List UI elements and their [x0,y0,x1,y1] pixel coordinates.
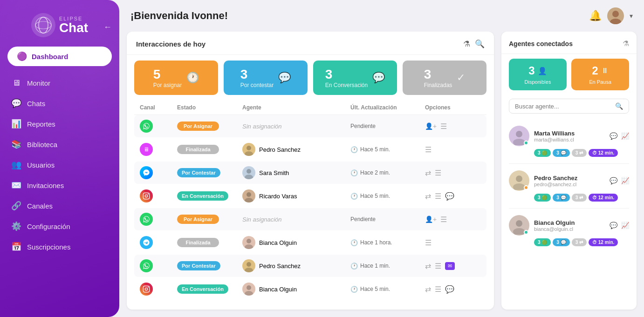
sidebar-nav: 🖥Monitor💬Chats📊Reportes📚Biblioteca👥Usuar… [0,74,119,310]
stat-card-en-conversación[interactable]: 3 En Conversación 💬 [313,61,397,95]
list-icon[interactable]: ☰ [425,145,432,154]
agent-stat-icon: 👤 [538,67,547,75]
table-row[interactable]: En Conversación Bianca Olguin 🕐 Hace 5 m… [134,278,486,300]
stat-card-por-asignar[interactable]: 5 Por asignar 🕐 [134,61,218,95]
agent-tag: 3 🟢 [534,194,551,202]
search-icon[interactable]: 🔍 [475,39,485,49]
sidebar-item-chats[interactable]: 💬Chats [4,94,116,113]
add-agent-icon[interactable]: 👤+ [425,216,437,223]
sidebar-item-usuarios[interactable]: 👥Usuarios [4,155,116,175]
chat-icon[interactable]: 💬 [445,285,454,294]
channel-icon-messenger [140,166,153,179]
sidebar-back-button[interactable]: ← [103,22,112,32]
stats-agent-icon[interactable]: 📈 [621,132,629,140]
transfer-icon[interactable]: ⇄ [425,169,431,177]
table-row[interactable]: Finalizada Bianca Olguin 🕐 Hace 1 hora. … [134,231,486,254]
list-icon[interactable]: ☰ [440,122,447,131]
time-cell: 🕐 Hace 5 min. [350,146,425,153]
chat-agent-icon[interactable]: 💬 [610,222,617,229]
options-cell[interactable]: ☰ [425,238,481,247]
options-cell[interactable]: ☰ [425,145,481,154]
col-options: Opciones [425,104,481,111]
agents-filter-icon[interactable]: ⚗ [623,39,629,48]
table-row[interactable]: En Conversación Ricardo Varas 🕐 Hace 5 m… [134,185,486,207]
time-cell: 🕐 Hace 2 min. [350,169,425,176]
sidebar-label-reportes: Reportes [27,120,55,128]
agent-action-icons: 💬 📈 [610,177,629,184]
channel-icon-whatsapp [140,213,153,226]
stats-agent-icon[interactable]: 📈 [621,222,629,229]
svg-point-1 [39,17,48,33]
chat-icon[interactable]: 💬 [445,192,454,201]
no-agent: Sin asignación [242,123,282,130]
channel-cell [140,213,177,226]
list-icon[interactable]: ☰ [435,285,441,294]
chat-agent-icon[interactable]: 💬 [610,132,617,140]
user-menu-chevron[interactable]: ▾ [630,12,633,20]
sidebar-item-configuracion[interactable]: ⚙️Configuración [4,216,116,236]
svg-point-2 [35,21,51,29]
table-row[interactable]: Por Asignar Sin asignación Pendiente 👤+☰ [134,115,486,137]
list-icon[interactable]: ☰ [425,238,432,247]
agent-avatar [242,283,255,296]
sidebar-item-suscripciones[interactable]: 📅Suscripciones [4,237,116,256]
clock-icon: 🕐 [350,263,358,270]
table-row[interactable]: Por Contestar Pedro Sanchez 🕐 Hace 1 min… [134,255,486,277]
list-icon[interactable]: ☰ [435,192,441,201]
time-cell: 🕐 Hace 5 min. [350,286,425,293]
add-agent-icon[interactable]: 👤+ [425,122,437,130]
sidebar-item-monitor[interactable]: 🖥Monitor [4,74,116,93]
notification-bell[interactable]: 🔔 [589,10,602,22]
options-cell[interactable]: 👤+☰ [425,122,481,131]
sidebar-item-canales[interactable]: 🔗Canales [4,196,116,216]
transfer-icon[interactable]: ⇄ [425,285,431,294]
agents-panel: Agentes conectados ⚗ 3 👤 Disponibles 2 ⏸… [501,32,637,310]
list-icon[interactable]: ☰ [440,215,447,224]
list-icon[interactable]: ☰ [435,262,441,270]
sidebar-item-invitaciones[interactable]: ✉️Invitaciones [4,175,116,195]
options-cell[interactable]: 👤+☰ [425,215,481,224]
options-cell[interactable]: ⇄☰💬 [425,192,481,201]
agent-stat-label: En Pausa [589,79,611,85]
channel-cell [140,283,177,296]
table-row[interactable]: 🖥 Finalizada Pedro Sanchez 🕐 Hace 5 min.… [134,138,486,161]
agent-name: Pedro Sanchez [259,146,301,153]
reportes-icon: 📊 [11,119,21,129]
options-cell[interactable]: ⇄☰✉ [425,262,481,270]
status-cell: En Conversación [177,191,242,201]
agent-wrapper: Sin asignación [242,123,350,130]
agent-search-icon: 🔍 [615,102,623,110]
options-cell[interactable]: ⇄☰ [425,169,481,177]
time-value: Hace 5 min. [360,146,390,153]
agent-cell: Ricardo Varas [242,189,350,202]
list-icon[interactable]: ☰ [435,169,441,177]
sidebar-item-biblioteca[interactable]: 📚Biblioteca [4,135,116,154]
status-cell: Por Contestar [177,261,242,270]
stat-card-finalizadas[interactable]: 3 Finalizadas ✓ [403,61,486,95]
filter-icon[interactable]: ⚗ [463,39,470,49]
user-avatar[interactable] [607,7,624,24]
svg-point-14 [245,198,253,202]
chat-agent-icon[interactable]: 💬 [610,177,617,184]
sidebar-label-chats: Chats [27,100,45,108]
usuarios-icon: 👥 [11,160,21,170]
dashboard-button[interactable]: 🟣 Dashboard [7,47,112,66]
table-row[interactable]: Por Asignar Sin asignación Pendiente 👤+☰ [134,208,486,230]
agent-item[interactable]: Pedro Sanchez pedro@sanchez.cl 💬 📈 3 🟢3 … [501,166,637,206]
agent-search-input[interactable] [515,103,611,110]
agent-item[interactable]: Marta Willians marta@willians.cl 💬 📈 3 🟢… [501,121,637,162]
stats-agent-icon[interactable]: 📈 [621,177,629,184]
agent-item[interactable]: Bianca Olguin bianca@olguin.cl 💬 📈 3 🟢3 … [501,210,637,251]
table-row[interactable]: Por Contestar Sara Smith 🕐 Hace 2 min. ⇄… [134,162,486,184]
sidebar-item-reportes[interactable]: 📊Reportes [4,114,116,134]
transfer-icon[interactable]: ⇄ [425,192,431,201]
stat-card-por-contestar[interactable]: 3 Por contestar 💬 [224,61,308,95]
options-cell[interactable]: ⇄☰💬 [425,285,481,294]
agent-stat-num: 3 [528,64,534,77]
agent-cell: Bianca Olguin [242,283,350,296]
agent-wrapper: Pedro Sanchez [242,143,350,156]
transfer-icon[interactable]: ⇄ [425,262,431,270]
no-agent: Sin asignación [242,216,282,223]
agent-cell: Bianca Olguin [242,236,350,249]
agent-stat-disponibles: 3 👤 Disponibles [509,59,567,90]
